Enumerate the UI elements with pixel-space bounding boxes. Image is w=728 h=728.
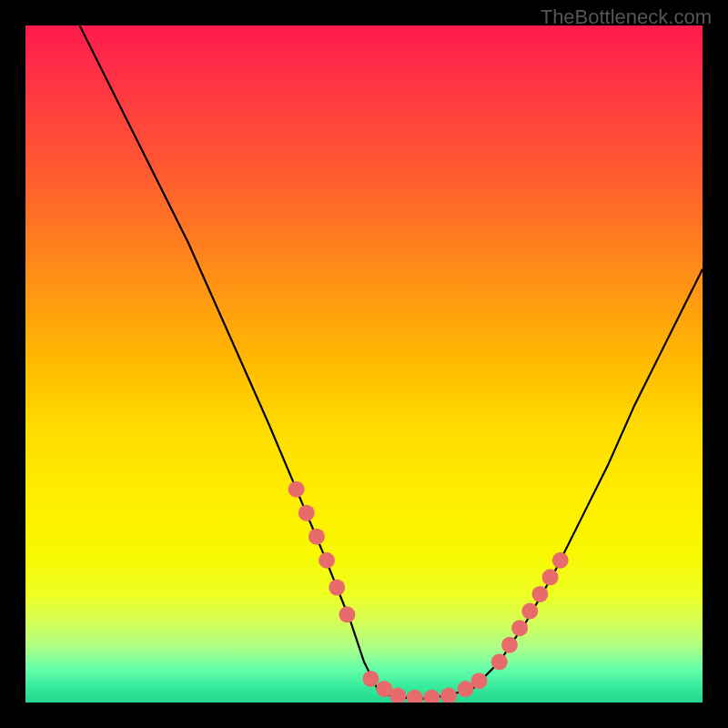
dot (308, 529, 325, 545)
dots-group (288, 481, 569, 703)
dot (288, 481, 305, 498)
dot (407, 690, 423, 703)
dot (552, 552, 569, 569)
dot (491, 653, 508, 670)
dot (362, 671, 379, 687)
plot-area (25, 25, 703, 703)
dot (329, 580, 345, 596)
watermark-text: TheBottleneck.com (541, 5, 712, 29)
dot (298, 505, 315, 521)
dot (423, 690, 440, 703)
dot (511, 620, 528, 636)
dot (542, 569, 559, 585)
dot (318, 552, 335, 569)
dot (440, 688, 457, 703)
dot (339, 606, 355, 622)
dot (531, 586, 548, 602)
dot (501, 637, 518, 653)
curve-group (80, 25, 703, 699)
dot (521, 603, 538, 620)
chart-svg (25, 25, 703, 703)
curve-right-curve (472, 269, 703, 689)
dot (470, 672, 487, 689)
